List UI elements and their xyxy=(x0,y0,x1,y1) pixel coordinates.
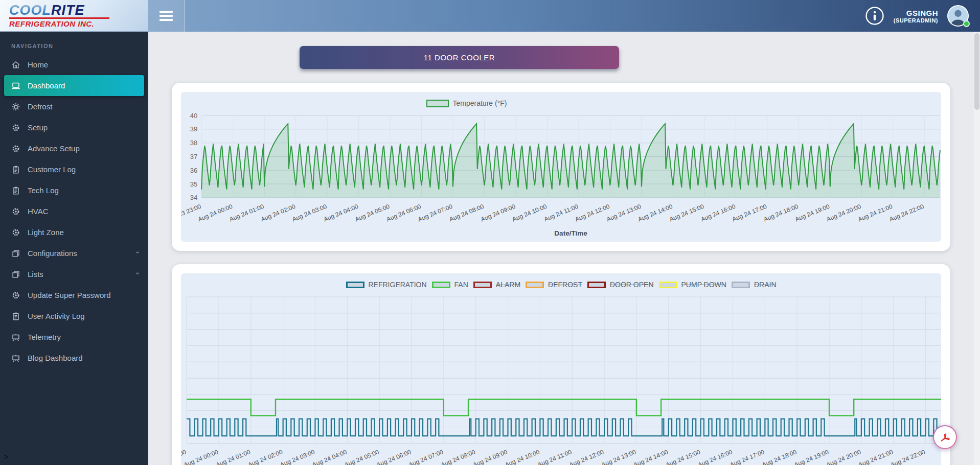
svg-text:Aug 24 22:00: Aug 24 22:00 xyxy=(888,203,925,223)
legend-item-refrigeration[interactable]: REFRIGERATION xyxy=(346,281,427,289)
legend-item-defrost[interactable]: DEFROST xyxy=(526,281,582,289)
gear-icon xyxy=(11,123,20,132)
svg-text:Aug 24 08:00: Aug 24 08:00 xyxy=(448,203,485,223)
hamburger-icon xyxy=(159,11,173,21)
sidebar-item-label: Update Super Password xyxy=(28,291,141,299)
svg-text:36: 36 xyxy=(190,167,198,174)
brand-name-part2: RITE xyxy=(51,3,85,18)
legend-item-pump-down[interactable]: PUMP DOWN xyxy=(659,281,726,289)
status-chart-plot: Aug 23 23:00Aug 24 00:00Aug 24 01:00Aug … xyxy=(181,292,941,465)
clipboard-icon xyxy=(11,312,20,321)
sidebar-item-defrost[interactable]: Defrost xyxy=(0,96,148,117)
sidebar-item-advance-setup[interactable]: Advance Setup xyxy=(0,138,148,159)
svg-text:Aug 24 03:00: Aug 24 03:00 xyxy=(279,448,316,465)
legend-item-door-open[interactable]: DOOR OPEN xyxy=(587,281,654,289)
user-avatar[interactable] xyxy=(947,5,969,27)
legend-item-alarm[interactable]: ALARM xyxy=(473,281,520,289)
legend-swatch xyxy=(526,282,544,288)
svg-text:35: 35 xyxy=(190,180,198,188)
svg-text:34: 34 xyxy=(190,194,198,201)
svg-text:37: 37 xyxy=(190,153,198,160)
temperature-chart: Temperature (°F) 40393837363534Aug 23 23… xyxy=(181,92,941,242)
svg-text:Aug 24 12:00: Aug 24 12:00 xyxy=(574,203,611,223)
unit-title-banner[interactable]: 11 DOOR COOLER xyxy=(300,46,619,69)
export-pdf-button[interactable] xyxy=(933,425,957,449)
sidebar-item-label: Configurations xyxy=(28,249,127,258)
legend-swatch xyxy=(732,282,750,288)
sidebar-item-customer-log[interactable]: Customer Log xyxy=(0,159,148,180)
easel-icon xyxy=(11,333,20,342)
info-button[interactable] xyxy=(865,6,884,26)
svg-text:Aug 24 02:00: Aug 24 02:00 xyxy=(247,448,284,465)
svg-text:Aug 24 14:00: Aug 24 14:00 xyxy=(637,203,674,223)
legend-label: PUMP DOWN xyxy=(681,281,726,289)
svg-text:Aug 24 03:00: Aug 24 03:00 xyxy=(291,203,328,223)
legend-swatch xyxy=(587,282,606,288)
legend-item-fan[interactable]: FAN xyxy=(432,281,468,289)
svg-text:Aug 24 12:00: Aug 24 12:00 xyxy=(568,448,605,465)
sidebar: COOLRITE REFRIGERATION INC. NAVIGATION H… xyxy=(0,0,148,465)
sidebar-item-setup[interactable]: Setup xyxy=(0,117,148,138)
svg-text:Aug 24 13:00: Aug 24 13:00 xyxy=(605,203,642,223)
svg-text:Aug 24 19:00: Aug 24 19:00 xyxy=(794,203,831,223)
svg-text:Aug 24 08:00: Aug 24 08:00 xyxy=(440,448,476,465)
gear-icon xyxy=(11,144,20,153)
svg-text:Aug 24 07:00: Aug 24 07:00 xyxy=(407,448,444,465)
svg-text:Aug 24 01:00: Aug 24 01:00 xyxy=(215,448,252,465)
sidebar-item-label: Telemetry xyxy=(28,333,141,341)
status-timeline-chart: Aug 23 23:00Aug 24 00:00Aug 24 01:00Aug … xyxy=(181,292,941,465)
sidebar-item-light-zone[interactable]: Light Zone xyxy=(0,222,148,243)
svg-text:Aug 24 19:00: Aug 24 19:00 xyxy=(793,448,830,465)
sidebar-item-telemetry[interactable]: Telemetry xyxy=(0,327,148,347)
sidebar-section-title: NAVIGATION xyxy=(0,32,148,54)
sidebar-item-dashboard[interactable]: Dashboard xyxy=(4,75,144,96)
svg-text:Aug 24 15:00: Aug 24 15:00 xyxy=(668,203,705,223)
sidebar-item-blog-dashboard[interactable]: Blog Dashboard xyxy=(0,347,148,368)
svg-text:Aug 24 04:00: Aug 24 04:00 xyxy=(323,203,359,223)
status-chart-card: REFRIGERATIONFANALARMDEFROSTDOOR OPENPUM… xyxy=(172,264,950,465)
svg-text:Aug 24 05:00: Aug 24 05:00 xyxy=(354,203,391,223)
sidebar-item-label: Lists xyxy=(28,270,127,278)
sidebar-item-update-super-password[interactable]: Update Super Password xyxy=(0,285,148,306)
sidebar-item-label: Dashboard xyxy=(28,81,141,90)
sidebar-item-hvac[interactable]: HVAC xyxy=(0,201,148,222)
legend-label: ALARM xyxy=(496,281,520,289)
svg-text:Aug 24 07:00: Aug 24 07:00 xyxy=(417,203,453,223)
legend-label: REFRIGERATION xyxy=(369,281,427,289)
legend-item-drain[interactable]: DRAIN xyxy=(732,281,777,289)
sidebar-item-label: Light Zone xyxy=(28,228,141,237)
sidebar-collapse-arrow[interactable]: > xyxy=(4,453,8,461)
svg-text:Aug 24 18:00: Aug 24 18:00 xyxy=(761,448,798,465)
temperature-line-chart: 40393837363534Aug 23 23:00Aug 24 00:00Au… xyxy=(181,110,941,240)
sidebar-item-configurations[interactable]: Configurations xyxy=(0,243,148,264)
legend-swatch xyxy=(432,282,450,288)
svg-text:Aug 24 17:00: Aug 24 17:00 xyxy=(729,448,766,465)
svg-text:Aug 24 20:00: Aug 24 20:00 xyxy=(826,203,862,223)
legend-swatch xyxy=(346,282,364,288)
sidebar-item-home[interactable]: Home xyxy=(0,54,148,75)
sidebar-item-lists[interactable]: Lists xyxy=(0,264,148,285)
clipboard-icon xyxy=(11,165,20,174)
svg-text:Aug 24 15:00: Aug 24 15:00 xyxy=(665,448,701,465)
sidebar-item-label: Customer Log xyxy=(28,165,141,174)
clipboard-icon xyxy=(11,186,20,195)
scrollbar[interactable] xyxy=(973,32,980,465)
svg-text:Aug 24 09:00: Aug 24 09:00 xyxy=(472,448,509,465)
user-menu[interactable]: GSINGH (SUPERADMIN) xyxy=(894,9,938,24)
legend-label: Temperature (°F) xyxy=(453,99,507,107)
sidebar-item-label: HVAC xyxy=(28,207,141,216)
sidebar-toggle-button[interactable] xyxy=(148,0,185,32)
sidebar-item-label: Blog Dashboard xyxy=(28,354,141,362)
svg-text:Aug 24 10:00: Aug 24 10:00 xyxy=(511,203,548,223)
home-icon xyxy=(11,60,20,69)
brand-name-part1: COOL xyxy=(9,3,51,18)
gear-icon xyxy=(11,291,20,300)
sidebar-item-tech-log[interactable]: Tech Log xyxy=(0,180,148,201)
sidebar-item-user-activity-log[interactable]: User Activity Log xyxy=(0,306,148,327)
scrollbar-thumb[interactable] xyxy=(974,33,979,110)
pdf-export-icon xyxy=(937,429,954,446)
legend-item-temperature-f-[interactable]: Temperature (°F) xyxy=(426,99,507,107)
gear-icon xyxy=(11,207,20,216)
svg-text:Aug 24 06:00: Aug 24 06:00 xyxy=(385,203,422,223)
brand-logo[interactable]: COOLRITE REFRIGERATION INC. xyxy=(0,0,148,32)
